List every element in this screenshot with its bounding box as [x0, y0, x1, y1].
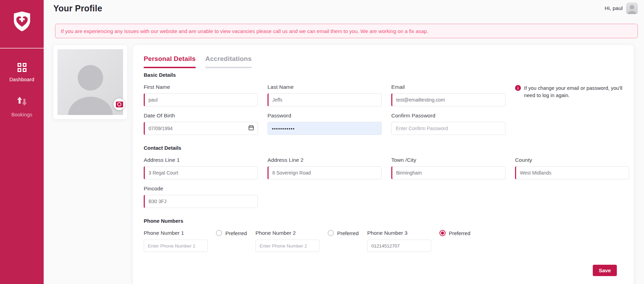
confirm-password-label: Confirm Password [391, 113, 505, 119]
page-title: Your Profile [53, 3, 102, 13]
topbar: Your Profile Hi, paul [44, 0, 644, 17]
section-title-basic-details: Basic Details [144, 72, 629, 78]
sidebar-item-bookings[interactable]: Bookings [0, 82, 44, 117]
radio-icon [216, 230, 222, 236]
phone1-label: Phone Number 1 [144, 230, 184, 236]
section-title-contact-details: Contact Details [144, 145, 629, 151]
password-label: Password [268, 113, 382, 119]
save-button[interactable]: Save [593, 265, 617, 276]
profile-form-card: Personal Details Accreditations Basic De… [133, 45, 634, 284]
address1-label: Address Line 1 [144, 157, 258, 163]
section-title-phone-numbers: Phone Numbers [144, 218, 629, 224]
phone3-preferred-radio[interactable]: Preferred [439, 230, 470, 236]
upload-photo-button[interactable] [113, 98, 125, 110]
person-icon [626, 4, 638, 14]
grid-icon [18, 63, 26, 72]
tab-accreditations[interactable]: Accreditations [205, 55, 252, 68]
radio-selected-icon [439, 230, 446, 236]
phone2-field[interactable] [255, 240, 319, 252]
profile-tabs: Personal Details Accreditations [144, 55, 629, 68]
first-name-label: First Name [144, 84, 258, 90]
confirm-password-field[interactable] [391, 122, 505, 135]
password-field[interactable] [268, 122, 382, 135]
note-text: If you change your email or password, yo… [524, 85, 629, 106]
phone3-field[interactable] [367, 240, 431, 252]
email-field[interactable] [391, 93, 505, 106]
sidebar-item-dashboard[interactable]: Dashboard [0, 49, 44, 82]
phone3-label: Phone Number 3 [367, 230, 407, 236]
app-logo[interactable] [0, 0, 44, 48]
phone2-preferred-radio[interactable]: Preferred [328, 230, 359, 236]
person-icon [78, 65, 103, 91]
last-name-field[interactable] [268, 93, 382, 106]
last-name-label: Last Name [268, 84, 382, 90]
address2-label: Address Line 2 [268, 157, 382, 163]
sidebar: Dashboard Bookings [0, 0, 44, 284]
camera-icon [116, 102, 123, 107]
county-field[interactable] [515, 166, 629, 179]
town-city-label: Town /City [391, 157, 505, 163]
arrows-up-down-icon [17, 97, 27, 107]
shield-heart-cross-icon [12, 10, 32, 34]
tab-personal-details[interactable]: Personal Details [144, 55, 196, 68]
phone1-preferred-radio[interactable]: Preferred [216, 230, 247, 236]
profile-photo-card [53, 45, 127, 119]
first-name-field[interactable] [144, 93, 258, 106]
radio-icon [328, 230, 334, 236]
phone-group-3: Phone Number 3 Preferred [367, 230, 470, 252]
phone2-label: Phone Number 2 [255, 230, 296, 236]
town-city-field[interactable] [391, 166, 505, 179]
alert-text: If you are experiencing any issues with … [61, 28, 428, 34]
dob-field[interactable] [144, 122, 258, 135]
main-area: Your Profile Hi, paul If you are experie… [44, 0, 644, 284]
email-label: Email [391, 84, 505, 90]
email-password-note: i If you change your email or password, … [515, 85, 629, 106]
site-alert-banner: If you are experiencing any issues with … [55, 24, 638, 38]
address1-field[interactable] [144, 166, 258, 179]
pincode-field[interactable] [144, 195, 258, 208]
sidebar-item-label: Bookings [11, 112, 32, 117]
user-greeting: Hi, paul [604, 5, 623, 11]
sidebar-item-label: Dashboard [9, 77, 34, 82]
phone-group-1: Phone Number 1 Preferred [144, 230, 247, 252]
address2-field[interactable] [268, 166, 382, 179]
county-label: County [515, 157, 629, 163]
phone-numbers-row: Phone Number 1 Preferred Phone Number 2 [144, 230, 629, 252]
user-avatar[interactable] [626, 2, 638, 14]
phone1-field[interactable] [144, 240, 208, 252]
phone-group-2: Phone Number 2 Preferred [255, 230, 359, 252]
sidebar-nav: Dashboard Bookings [0, 49, 44, 117]
dob-label: Date Of Birth [144, 113, 258, 119]
info-icon: i [515, 85, 521, 91]
pincode-label: Pincode [144, 186, 258, 192]
